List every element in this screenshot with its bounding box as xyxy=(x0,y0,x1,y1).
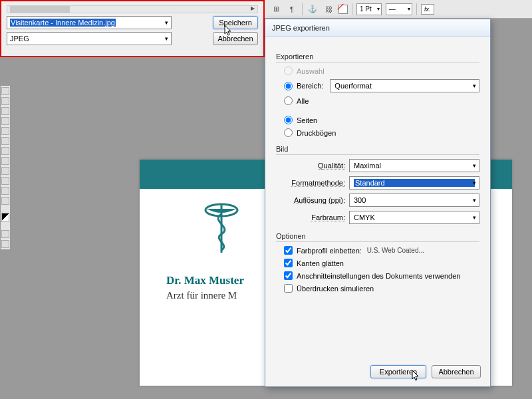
check-ueberdrucken[interactable]: Überdrucken simulieren xyxy=(284,284,479,293)
align-icon[interactable]: ⊞ xyxy=(270,3,282,15)
tool-mode[interactable] xyxy=(1,230,9,238)
save-dialog-excerpt: Visitenkarte - Innere Medizin.jpg Speich… xyxy=(0,0,265,57)
radio-seiten[interactable]: Seiten xyxy=(284,116,479,124)
tool-line[interactable] xyxy=(1,127,9,135)
save-button[interactable]: Speichern xyxy=(213,16,258,29)
chain-icon[interactable]: ⛓ xyxy=(323,3,334,15)
para-icon[interactable]: ¶ xyxy=(286,3,298,15)
bereich-dropdown[interactable]: Querformat xyxy=(330,79,479,92)
tool-pen[interactable] xyxy=(1,107,9,115)
label-qualitaet: Qualität: xyxy=(276,162,345,170)
check-farbprofil[interactable]: Farbprofil einbetten:U.S. Web Coated... xyxy=(284,246,479,255)
anchor-icon[interactable]: ⚓ xyxy=(307,3,319,15)
separator xyxy=(416,3,417,15)
dialog-titlebar[interactable]: JPEG exportieren xyxy=(265,19,490,37)
tool-zoom[interactable] xyxy=(1,197,9,205)
dialog-cancel-button[interactable]: Abbrechen xyxy=(432,365,481,378)
tool-gradient[interactable] xyxy=(1,167,9,175)
group-export-heading: Exportieren xyxy=(276,53,479,63)
check-anschnitt[interactable]: Anschnitteinstellungen des Dokuments ver… xyxy=(284,271,479,280)
tool-eyedrop[interactable] xyxy=(1,177,9,185)
label-aufloesung: Auflösung (ppi): xyxy=(276,196,345,204)
farbraum-dropdown[interactable]: CMYK xyxy=(349,211,479,224)
tool-type[interactable] xyxy=(1,117,9,125)
label-formatmethode: Formatmethode: xyxy=(276,179,345,187)
radio-bereich[interactable]: Bereich:Querformat xyxy=(284,79,479,92)
radio-druckboegen[interactable]: Druckbögen xyxy=(284,128,479,137)
tool-direct[interactable] xyxy=(1,97,9,105)
cancel-button[interactable]: Abbrechen xyxy=(213,32,258,45)
horizontal-scrollbar[interactable] xyxy=(7,5,258,13)
separator xyxy=(352,3,352,15)
qualitaet-dropdown[interactable]: Maximal xyxy=(349,159,479,172)
format-combo[interactable]: JPEG xyxy=(7,32,172,45)
formatmethode-dropdown[interactable]: Standard xyxy=(349,176,479,190)
label-farbraum: Farbraum: xyxy=(276,213,345,221)
radio-alle[interactable]: Alle xyxy=(284,96,479,105)
stroke-style-dropdown[interactable]: — xyxy=(386,3,412,15)
top-toolbar: ⊞ ¶ ⚓ ⛓ 1 Pt — fx. xyxy=(265,0,532,19)
aufloesung-dropdown[interactable]: 300 xyxy=(349,194,479,207)
filename-text: Visitenkarte - Innere Medizin.jpg xyxy=(10,19,116,27)
stroke-weight-dropdown[interactable]: 1 Pt xyxy=(356,3,382,15)
tool-rect[interactable] xyxy=(1,137,9,145)
tool-screen[interactable] xyxy=(1,240,9,248)
filename-combo[interactable]: Visitenkarte - Innere Medizin.jpg xyxy=(7,16,172,29)
jpeg-export-dialog: JPEG exportieren Exportieren Auswahl Ber… xyxy=(265,19,491,387)
tool-selection[interactable] xyxy=(1,87,9,95)
tools-panel xyxy=(0,85,11,250)
export-button[interactable]: Exportieren xyxy=(370,365,426,378)
group-bild-heading: Bild xyxy=(276,145,479,155)
swatch-none[interactable] xyxy=(338,5,348,14)
radio-auswahl: Auswahl xyxy=(284,66,479,75)
dialog-title: JPEG exportieren xyxy=(272,24,330,32)
profile-value: U.S. Web Coated... xyxy=(367,247,424,254)
separator xyxy=(302,3,303,15)
fill-stroke-swatch[interactable] xyxy=(1,213,9,222)
medical-logo-icon xyxy=(203,202,239,257)
format-text: JPEG xyxy=(10,35,29,43)
tool-rotate[interactable] xyxy=(1,157,9,165)
tool-scissors[interactable] xyxy=(1,147,9,155)
tool-hand[interactable] xyxy=(1,187,9,195)
fx-button[interactable]: fx. xyxy=(421,4,434,15)
check-kanten[interactable]: Kanten glätten xyxy=(284,259,479,267)
group-optionen-heading: Optionen xyxy=(276,232,479,242)
